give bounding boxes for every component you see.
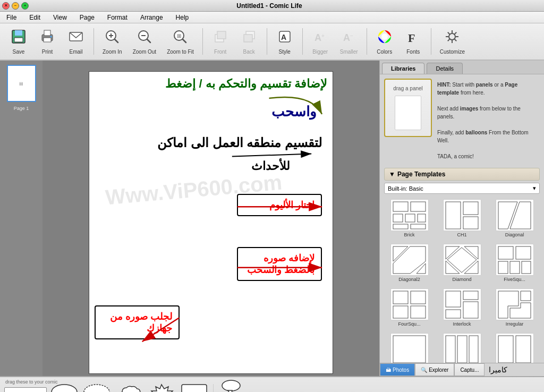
balloon-oval-2[interactable] [82,382,112,392]
menu-format[interactable]: Format [105,13,130,22]
toolbar-separator-6 [431,28,431,55]
minimize-btn[interactable]: − [12,2,19,10]
balloon-rect[interactable] [180,382,209,392]
colors-button[interactable]: Colors [371,26,398,57]
template-pillars2[interactable]: Pillars2 [489,331,540,363]
balloon-spiky[interactable] [147,382,176,392]
colors-label: Colors [377,49,392,55]
svg-rect-75 [463,302,478,318]
svg-rect-21 [244,35,252,42]
maximize-btn[interactable]: + [21,2,29,10]
template-brick[interactable]: Brick [384,197,435,240]
save-button[interactable]: Save [5,26,32,57]
svg-rect-72 [411,306,426,318]
explorer-source-btn[interactable]: 🔍 Explorer [415,363,454,376]
balloon-cloud[interactable] [115,382,144,392]
tab-libraries[interactable]: Libraries [382,63,424,74]
template-fivesq[interactable]: FiveSqu... [489,242,540,284]
zoom-in-button[interactable]: Zoom In [98,26,126,57]
template-diagonal2[interactable]: Diagonal2 [384,242,435,284]
back-icon [241,28,258,48]
menu-bar: File Edit View Page Format Arrange Help [0,12,544,23]
svg-rect-64 [498,246,513,259]
extend-more-balloons [220,378,242,393]
zoom-fit-button[interactable]: ⊞ Zoom to Fit [163,26,198,57]
menu-arrange[interactable]: Arrange [138,13,165,22]
chevron-down-icon: ▾ [533,185,536,192]
template-interlock[interactable]: Interlock [437,286,487,329]
template-interlock-label: Interlock [453,321,471,327]
svg-text:A: A [343,32,350,43]
print-button[interactable]: Print [34,26,61,57]
main-area: ▤ Page 1 لإضافة تقسيم والتحكم به / إضغط … [0,61,544,376]
drag-panel-inner [395,96,421,130]
svg-rect-67 [510,261,520,274]
comic-page[interactable]: لإضافة تقسيم والتحكم به / إضغط واسحب لتق… [89,71,333,374]
photos-source-btn[interactable]: 🏔 Photos [380,363,415,376]
zoom-fit-label: Zoom to Fit [167,49,194,55]
drag-panel-box[interactable]: drag a panel [384,79,432,137]
canvas-area[interactable]: لإضافة تقسيم والتحكم به / إضغط واسحب لتق… [42,61,379,376]
toolbar: Save Print Email Zoom In Zoom Out ⊞ Zoom… [0,23,544,61]
bigger-button[interactable]: A+ Bigger [307,26,334,57]
source-buttons: 🏔 Photos 🔍 Explorer Captu... كاميرا [380,363,544,376]
style-button[interactable]: A Style [271,26,298,57]
libraries-panel: drag a panel HINT: Start with panels or … [380,74,544,363]
email-label: Email [69,49,82,55]
template-irregular[interactable]: Irregular [489,286,540,329]
right-panel-content: drag a panel HINT: Start with panels or … [380,74,544,363]
template-brick-label: Brick [404,232,415,237]
back-label: Back [243,49,255,55]
capture-source-btn[interactable]: Captu... [454,363,484,376]
svg-rect-50 [411,224,426,229]
toolbar-separator-5 [367,28,367,55]
template-diagonal[interactable]: Diagonal [489,197,540,240]
template-one[interactable]: One [384,331,435,363]
balloon-oval-3[interactable] [220,378,242,393]
svg-line-39 [448,39,450,41]
arabic-text-3: لتقسيم منطقه العمل الى اماكن [157,135,322,150]
front-button[interactable]: Front [207,26,234,57]
colors-icon [376,28,393,48]
right-tabs: Libraries Details [380,61,544,74]
svg-rect-51 [446,202,461,229]
template-ch1-label: CH1 [457,232,466,237]
fonts-label: Fonts [406,49,420,55]
svg-line-14 [147,39,150,42]
email-button[interactable]: Email [63,26,89,57]
back-button[interactable]: Back [236,26,262,57]
customize-button[interactable]: Customize [436,26,469,57]
smaller-button[interactable]: A− Smaller [336,26,362,57]
print-icon [39,28,56,48]
svg-rect-4 [44,30,50,36]
template-ch1[interactable]: CH1 [437,197,487,240]
template-foursq[interactable]: FourSqu... [384,286,435,329]
templates-section: ▼ Page Templates Built-in: Basic ▾ [384,168,540,363]
svg-rect-53 [463,217,478,229]
save-label: Save [13,49,25,55]
svg-marker-78 [521,291,531,301]
svg-rect-70 [411,291,426,304]
tab-details[interactable]: Details [427,63,463,74]
page-1-thumb[interactable]: ▤ [7,65,36,102]
menu-edit[interactable]: Edit [27,13,42,22]
print-label: Print [42,49,53,55]
template-pillars[interactable]: Pillars [437,331,487,363]
svg-rect-47 [405,214,415,222]
zoom-out-button[interactable]: Zoom Out [129,26,160,57]
menu-help[interactable]: Help [174,13,191,22]
template-diagonal2-label: Diagonal2 [398,277,420,282]
pages-panel: ▤ Page 1 [0,61,42,376]
menu-view[interactable]: View [51,13,69,22]
svg-rect-2 [14,38,23,42]
templates-dropdown[interactable]: Built-in: Basic ▾ [384,183,540,194]
svg-text:⊞: ⊞ [177,33,181,39]
lettering-abcde[interactable]: ABCDE... [4,387,47,393]
close-btn[interactable]: ✕ [2,2,10,10]
menu-file[interactable]: File [4,13,19,22]
toolbar-separator-4 [302,28,303,55]
menu-page[interactable]: Page [78,13,97,22]
fonts-button[interactable]: F Fonts [400,26,427,57]
template-diamond[interactable]: Diamond [437,242,487,284]
photos-icon: 🏔 [386,367,391,373]
